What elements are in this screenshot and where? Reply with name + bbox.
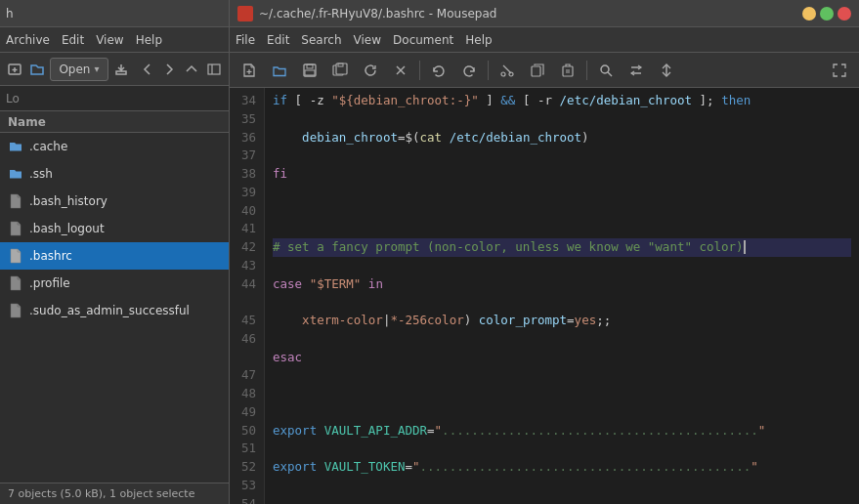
new-folder-button[interactable]	[6, 57, 24, 82]
fm-menu-edit[interactable]: Edit	[62, 33, 84, 47]
code-line: export VAULT_API_ADDR=".................…	[273, 422, 851, 441]
list-item[interactable]: .bash_history	[0, 188, 229, 215]
file-icon	[8, 248, 23, 264]
fm-status-text: 7 objects (5.0 kB), 1 object selecte	[8, 487, 194, 500]
fm-menu-help[interactable]: Help	[136, 33, 162, 47]
code-line: ........................................…	[273, 495, 851, 505]
menu-view[interactable]: View	[354, 33, 381, 47]
minimize-button[interactable]	[802, 7, 816, 21]
code-line: case "$TERM" in	[273, 275, 851, 294]
close-button[interactable]	[838, 7, 851, 21]
editor-panel: ~/.cache/.fr-RHyuV8/.bashrc - Mousepad F…	[230, 0, 859, 504]
folder-icon	[8, 166, 23, 182]
svg-line-24	[608, 72, 612, 76]
code-line	[273, 202, 851, 221]
list-item[interactable]: .cache	[0, 133, 229, 160]
editor-title-text: ~/.cache/.fr-RHyuV8/.bashrc - Mousepad	[259, 7, 496, 21]
list-item[interactable]: .sudo_as_admin_successful	[0, 297, 229, 324]
save-all-button[interactable]	[326, 57, 354, 84]
list-item[interactable]: .ssh	[0, 160, 229, 188]
toolbar-separator	[419, 61, 420, 80]
code-line: xterm-color|*-256color) color_prompt=yes…	[273, 312, 851, 330]
open-file-button[interactable]	[266, 57, 293, 84]
goto-line-button[interactable]	[653, 57, 680, 84]
file-name: .bash_logout	[29, 222, 105, 235]
open-button[interactable]: Open ▾	[50, 58, 107, 81]
new-file-button[interactable]	[236, 57, 263, 84]
menu-file[interactable]: File	[236, 33, 255, 47]
save-file-button[interactable]	[296, 57, 323, 84]
menu-edit[interactable]: Edit	[267, 33, 289, 47]
code-line: if [ -z "${debian_chroot:-}" ] && [ -r /…	[273, 92, 851, 110]
open-location-button[interactable]	[28, 57, 47, 82]
undo-button[interactable]	[425, 57, 452, 84]
open-dropdown-icon[interactable]: ▾	[94, 63, 99, 74]
file-name: .cache	[29, 140, 67, 153]
fullscreen-button[interactable]	[826, 57, 853, 84]
svg-point-17	[501, 72, 505, 76]
up-button[interactable]	[183, 57, 201, 82]
toggle-sidebar-button[interactable]	[204, 57, 223, 82]
upload-button[interactable]	[112, 57, 131, 82]
svg-rect-10	[305, 70, 315, 75]
copy-button[interactable]	[524, 57, 551, 84]
svg-rect-3	[116, 71, 126, 74]
svg-rect-4	[208, 64, 220, 74]
menu-help[interactable]: Help	[465, 33, 492, 47]
fm-location-bar[interactable]: Lo	[0, 86, 229, 111]
file-name: .sudo_as_admin_successful	[29, 304, 190, 317]
file-icon	[8, 193, 23, 209]
cut-button[interactable]	[494, 57, 521, 84]
editor-menu-bar: File Edit Search View Document Help	[230, 27, 859, 53]
svg-rect-19	[532, 66, 540, 76]
file-name: .bash_history	[29, 194, 107, 208]
back-button[interactable]	[138, 57, 156, 82]
file-icon	[8, 275, 23, 291]
svg-rect-20	[563, 66, 573, 76]
code-line: export VAULT_TOKEN="....................…	[273, 458, 851, 477]
mousepad-app-icon	[237, 6, 253, 21]
list-item[interactable]: .profile	[0, 270, 229, 297]
code-line-active: # set a fancy prompt (non-color, unless …	[273, 238, 851, 257]
toolbar-separator	[586, 61, 587, 80]
menu-document[interactable]: Document	[393, 33, 453, 47]
fm-menu-archive[interactable]: Archive	[6, 33, 50, 47]
redo-button[interactable]	[455, 57, 483, 84]
editor-toolbar	[230, 53, 859, 88]
fm-status-bar: 7 objects (5.0 kB), 1 object selecte	[0, 483, 229, 504]
maximize-button[interactable]	[820, 7, 834, 21]
find-button[interactable]	[592, 57, 620, 84]
open-label: Open	[59, 63, 90, 76]
line-numbers: 34 35 36 37 38 39 40 41 42 43 44 45 46 4…	[230, 88, 265, 504]
list-item[interactable]: .bash_logout	[0, 215, 229, 242]
paste-button[interactable]	[554, 57, 581, 84]
list-item[interactable]: .bashrc	[0, 242, 229, 270]
reload-button[interactable]	[357, 57, 384, 84]
code-content[interactable]: if [ -z "${debian_chroot:-}" ] && [ -r /…	[265, 88, 859, 504]
file-manager-panel: h Archive Edit View Help Open ▾	[0, 0, 230, 504]
folder-icon	[8, 139, 23, 154]
file-name: .profile	[29, 276, 70, 290]
editor-title-buttons	[802, 7, 851, 21]
close-tab-button[interactable]	[387, 57, 414, 84]
code-line: debian_chroot=$(cat /etc/debian_chroot)	[273, 129, 851, 147]
file-icon	[8, 303, 23, 318]
fm-location-text: Lo	[6, 92, 20, 105]
replace-button[interactable]	[623, 57, 650, 84]
fm-menu-view[interactable]: View	[96, 33, 123, 47]
fm-title-bar: h	[0, 0, 229, 27]
editor-title-left: ~/.cache/.fr-RHyuV8/.bashrc - Mousepad	[237, 6, 496, 21]
file-name: .bashrc	[29, 249, 72, 263]
code-editor-area[interactable]: 34 35 36 37 38 39 40 41 42 43 44 45 46 4…	[230, 88, 859, 504]
file-name: .ssh	[29, 167, 53, 181]
toolbar-separator	[488, 61, 489, 80]
svg-point-23	[601, 65, 609, 73]
code-line: esac	[273, 349, 851, 367]
svg-point-18	[509, 72, 513, 76]
menu-search[interactable]: Search	[301, 33, 341, 47]
fm-menu-bar: Archive Edit View Help	[0, 27, 229, 53]
fm-column-name: Name	[8, 115, 46, 129]
code-line: fi	[273, 165, 851, 184]
editor-title-bar: ~/.cache/.fr-RHyuV8/.bashrc - Mousepad	[230, 0, 859, 27]
forward-button[interactable]	[160, 57, 179, 82]
